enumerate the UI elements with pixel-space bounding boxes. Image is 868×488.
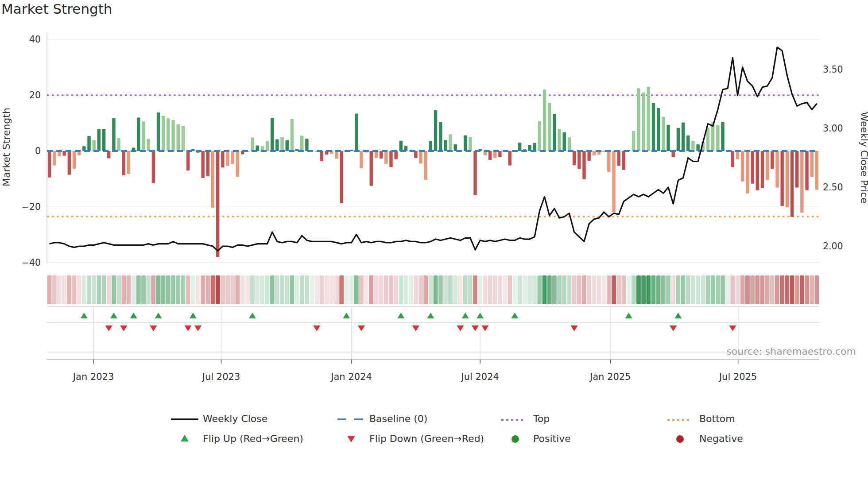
heatmap-cell xyxy=(552,275,557,304)
bottom-threshold-swatch xyxy=(667,419,691,421)
strength-bar xyxy=(780,151,783,206)
strength-bar xyxy=(444,140,447,151)
strength-bar xyxy=(305,139,308,151)
strength-bar xyxy=(355,114,358,151)
heatmap-cell xyxy=(325,275,329,304)
flip-down-marker xyxy=(729,325,736,331)
strength-bar xyxy=(102,129,105,151)
heatmap-cell xyxy=(810,275,814,304)
strength-bar xyxy=(786,151,789,207)
left-tick-label: −20 xyxy=(22,201,41,212)
heatmap-cell xyxy=(67,275,71,304)
strength-bar xyxy=(137,117,140,151)
strength-bar xyxy=(167,118,170,151)
strength-bar xyxy=(380,151,383,159)
heatmap-cell xyxy=(636,275,641,304)
strength-bar xyxy=(746,151,749,194)
flip-down-marker xyxy=(571,325,578,331)
strength-bar xyxy=(211,151,214,208)
strength-bar xyxy=(370,151,373,186)
heatmap-cell xyxy=(141,275,146,304)
flip-down-marker xyxy=(185,325,192,331)
right-axis-label: Weekly Close Price xyxy=(859,112,868,204)
heatmap-cell xyxy=(646,275,651,304)
flip-down-icon xyxy=(347,436,355,442)
strength-bar xyxy=(434,110,437,151)
heatmap-cell xyxy=(701,275,705,304)
heatmap-cell xyxy=(414,275,418,304)
heatmap-cell xyxy=(429,275,433,304)
strength-bar xyxy=(112,118,115,151)
heatmap-cell xyxy=(82,275,86,304)
heatmap-cell xyxy=(230,275,235,304)
heatmap-cell xyxy=(265,275,270,304)
heatmap-cell xyxy=(765,275,770,304)
heatmap-cell xyxy=(285,275,289,304)
heatmap-cell xyxy=(349,275,354,304)
heatmap-cell xyxy=(547,275,552,304)
heatmap-cell xyxy=(57,275,62,304)
heatmap-cell xyxy=(394,275,398,304)
heatmap-cell xyxy=(369,275,373,304)
strength-bar xyxy=(142,121,145,151)
heatmap-cell xyxy=(622,275,626,304)
flip-down-marker xyxy=(457,325,464,331)
flip-up-marker xyxy=(110,313,117,318)
heatmap-cell xyxy=(250,275,255,304)
heatmap-cell xyxy=(736,275,740,304)
heatmap-cell xyxy=(62,275,66,304)
heatmap-cell xyxy=(399,275,403,304)
legend-label-baseline: Baseline (0) xyxy=(369,413,427,424)
strength-bar xyxy=(790,151,794,217)
heatmap-cell xyxy=(745,275,750,304)
heatmap-cell xyxy=(597,275,601,304)
heatmap-cell xyxy=(775,275,779,304)
strength-bar xyxy=(221,151,224,167)
heatmap-cell xyxy=(221,275,225,304)
heatmap-cell xyxy=(127,275,131,304)
strength-bar xyxy=(177,124,180,151)
heatmap-cell xyxy=(389,275,393,304)
strength-bar xyxy=(271,118,274,151)
positive-dot-icon xyxy=(512,435,519,443)
strength-bar xyxy=(93,140,96,151)
heatmap-cell xyxy=(205,275,210,304)
strength-bar xyxy=(429,141,432,151)
strength-bar xyxy=(756,151,759,190)
heatmap-cell xyxy=(478,275,482,304)
heatmap-cell xyxy=(181,275,186,304)
strength-bar xyxy=(97,129,101,151)
strength-bar xyxy=(691,141,694,151)
heatmap-cell xyxy=(121,275,126,304)
flip-down-marker xyxy=(670,325,677,331)
strength-bar xyxy=(736,151,739,159)
strength-bar xyxy=(320,151,323,161)
heatmap-cell xyxy=(384,275,388,304)
heatmap-cell xyxy=(627,275,631,304)
strength-bar xyxy=(677,128,680,151)
heatmap-cell xyxy=(404,275,408,304)
flip-up-marker xyxy=(190,313,197,318)
heatmap-cell xyxy=(473,275,477,304)
x-tick-label: Jan 2023 xyxy=(72,372,114,382)
strength-bar xyxy=(152,151,155,183)
heatmap-cell xyxy=(532,275,537,304)
strength-bar xyxy=(286,140,289,151)
legend-label-flip-down: Flip Down (Green→Red) xyxy=(369,433,484,444)
legend-label-weekly-close: Weekly Close xyxy=(203,413,267,424)
strength-bar xyxy=(157,112,160,151)
heatmap-cell xyxy=(359,275,364,304)
strength-bar xyxy=(558,129,561,151)
heatmap-cell xyxy=(686,275,690,304)
heatmap-cell xyxy=(364,275,368,304)
x-tick-layer: Jan 2023Jul 2023Jan 2024Jul 2024Jan 2025… xyxy=(72,360,757,382)
right-tick-label: 3.00 xyxy=(823,123,843,134)
strength-bar xyxy=(375,151,378,158)
strength-bar xyxy=(682,123,685,151)
heatmap-cell xyxy=(542,275,547,304)
strength-bar xyxy=(73,151,76,169)
heatmap-cell xyxy=(290,275,294,304)
strength-bar xyxy=(340,151,343,203)
strength-bar xyxy=(201,151,204,178)
strength-bar xyxy=(761,151,764,188)
